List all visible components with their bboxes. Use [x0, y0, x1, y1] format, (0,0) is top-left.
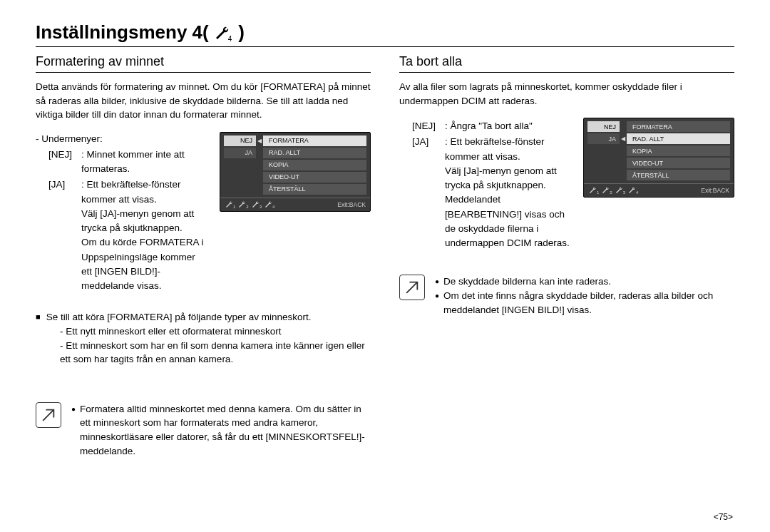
menu-right-cell: KOPIA — [263, 160, 366, 170]
left-column: Formatering av minnet Detta används för … — [36, 54, 371, 458]
menu-line: KOPIA — [224, 160, 366, 170]
left-intro: Detta används för formatering av minnet.… — [36, 80, 371, 122]
menu-right-cell: VIDEO-UT — [263, 172, 366, 183]
menu-left-cell — [587, 158, 620, 168]
wrench4-icon: 4 — [213, 25, 235, 42]
wrench-index-icon: 2 — [237, 200, 248, 209]
menu-arrow-icon — [620, 170, 627, 180]
square-bullet-icon: ■ — [36, 310, 41, 324]
right-row-nej: [NEJ] : Ångra "Ta bort alla" — [412, 119, 572, 133]
bullet-icon: ● — [71, 402, 76, 458]
left-bullet-main: Se till att köra [FORMATERA] på följande… — [46, 310, 312, 324]
menu-left-cell — [224, 160, 256, 170]
menu-left-cell — [224, 172, 256, 183]
wrench-index-icon: 2 — [601, 186, 612, 195]
menu-line: ÅTERSTÄLL — [224, 184, 366, 195]
menu-left-cell — [587, 170, 620, 180]
right-column: Ta bort alla Av alla filer som lagrats p… — [399, 54, 734, 458]
menu-line: VIDEO-UT — [224, 172, 366, 183]
right-row-ja: [JA] : Ett bekräftelse-fönster kommer at… — [412, 135, 572, 164]
menu-arrow-icon — [620, 121, 627, 132]
wrench-index-icon: 3 — [615, 186, 625, 195]
page-title-suffix: ) — [238, 21, 245, 44]
menu-right-cell: RAD. ALLT — [627, 133, 730, 144]
left-bullet-sub2: - Ett minneskort som har en fil som denn… — [60, 339, 371, 367]
right-camera-panel: NEJFORMATERAJA◀RAD. ALLTKOPIAVIDEO-UTÅTE… — [583, 118, 734, 198]
left-camera-panel: NEJ◀FORMATERAJARAD. ALLTKOPIAVIDEO-UTÅTE… — [220, 132, 371, 212]
menu-right-cell: KOPIA — [627, 145, 730, 156]
bullet-icon: ● — [435, 275, 439, 289]
menu-arrow-icon — [620, 158, 627, 168]
right-note-block: ● De skyddade bilderna kan inte raderas.… — [399, 275, 734, 317]
menu-arrow-icon: ◀ — [256, 135, 263, 146]
left-submenu-text: - Undermenyer: [NEJ] : Minnet kommer int… — [36, 132, 208, 294]
menu-right-cell: FORMATERA — [263, 135, 366, 146]
right-intro: Av alla filer som lagrats på minneskorte… — [399, 80, 734, 108]
note-icon — [399, 275, 425, 300]
menu-left-cell — [587, 145, 620, 156]
menu-right-cell: RAD. ALLT — [263, 148, 366, 158]
menu-arrow-icon — [620, 145, 627, 156]
submenu-label: - Undermenyer: — [36, 132, 208, 146]
wrench-index-icon: 3 — [251, 200, 262, 209]
wrench-index-icon: 1 — [588, 186, 599, 195]
page-number: <75> — [714, 512, 733, 522]
menu-left-cell: NEJ — [587, 121, 620, 132]
menu-left-cell — [224, 184, 256, 195]
left-bullet-block: ■ Se till att köra [FORMATERA] på följan… — [36, 310, 371, 324]
menu-arrow-icon — [256, 160, 263, 170]
exit-label: Exit:BACK — [701, 187, 729, 194]
menu-right-cell: FORMATERA — [627, 121, 730, 132]
right-note1: De skyddade bilderna kan inte raderas. — [443, 275, 611, 289]
menu-line: VIDEO-UT — [587, 158, 730, 168]
right-submenu-text: [NEJ] : Ångra "Ta bort alla" [JA] : Ett … — [399, 118, 572, 250]
page-title-row: Inställningsmeny 4( 4 ) — [36, 21, 734, 47]
left-row-nej: [NEJ] : Minnet kommer inte att formatera… — [48, 148, 208, 177]
menu-line: ÅTERSTÄLL — [587, 170, 730, 180]
left-heading: Formatering av minnet — [36, 54, 371, 73]
note-icon — [36, 402, 61, 428]
left-row-ja: [JA] : Ett bekräftelse-fönster kommer at… — [48, 178, 208, 207]
menu-line: JA◀RAD. ALLT — [587, 133, 730, 144]
menu-line: NEJ◀FORMATERA — [224, 135, 366, 146]
menu-arrow-icon — [256, 172, 263, 183]
menu-arrow-icon: ◀ — [620, 133, 627, 144]
left-note-block: ● Formatera alltid minneskortet med denn… — [36, 402, 371, 458]
bullet-icon: ● — [435, 289, 439, 317]
wrench-index-icon: 4 — [627, 186, 638, 195]
wrench-index-icon: 4 — [264, 200, 274, 209]
right-ja-extra2: Meddelandet [BEARBETNING!] visas och de … — [412, 193, 572, 250]
menu-left-cell: JA — [587, 133, 620, 144]
menu-right-cell: ÅTERSTÄLL — [263, 184, 366, 195]
left-ja-extra1: Välj [JA]-menyn genom att trycka på skju… — [48, 207, 208, 236]
menu-right-cell: ÅTERSTÄLL — [627, 170, 730, 180]
menu-arrow-icon — [256, 184, 263, 195]
menu-right-cell: VIDEO-UT — [627, 158, 730, 168]
right-ja-extra1: Välj [Ja]-menyn genom att trycka på skju… — [412, 164, 572, 193]
menu-arrow-icon — [256, 148, 263, 158]
right-note2: Om det inte finns några skyddade bilder,… — [443, 289, 734, 317]
right-heading: Ta bort alla — [399, 54, 734, 73]
menu-left-cell: NEJ — [224, 135, 256, 146]
exit-label: Exit:BACK — [337, 201, 366, 208]
page-title: Inställningsmeny 4( — [36, 21, 209, 44]
menu-line: NEJFORMATERA — [587, 121, 730, 132]
left-note: Formatera alltid minneskortet med denna … — [80, 402, 371, 458]
menu-left-cell: JA — [224, 148, 256, 158]
menu-line: KOPIA — [587, 145, 730, 156]
wrench-index-icon: 1 — [225, 200, 235, 209]
left-bullet-sub1: - Ett nytt minneskort eller ett oformate… — [60, 324, 371, 339]
left-ja-extra2: Om du körde FORMATERA i Uppspelningsläge… — [48, 235, 208, 293]
menu-line: JARAD. ALLT — [224, 148, 366, 158]
